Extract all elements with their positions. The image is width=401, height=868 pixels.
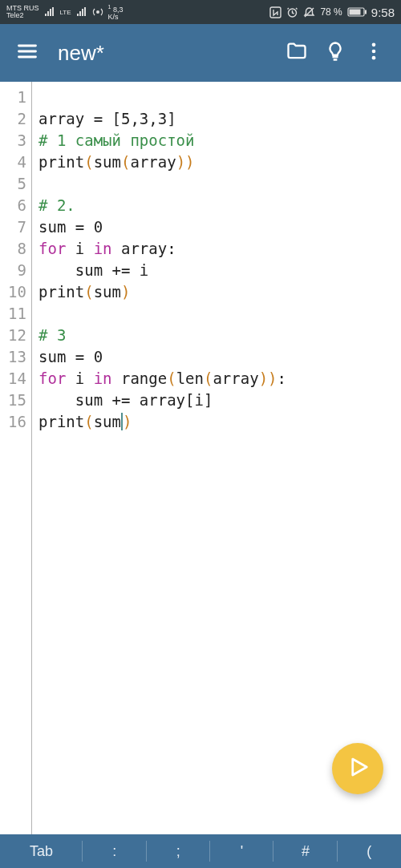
- code-line[interactable]: sum = 0: [38, 346, 401, 368]
- carrier-label: MTS RUS Tele2: [6, 5, 39, 19]
- status-bar: MTS RUS Tele2 LTE 1 8,3 K/s: [0, 0, 401, 24]
- run-button[interactable]: [332, 743, 383, 794]
- line-number: 2: [0, 108, 26, 130]
- code-line[interactable]: [38, 303, 401, 325]
- svg-point-7: [372, 50, 376, 54]
- line-number: 13: [0, 346, 26, 368]
- key-'[interactable]: ': [210, 834, 273, 868]
- key-;[interactable]: ;: [147, 834, 210, 868]
- line-number: 16: [0, 411, 26, 433]
- code-area[interactable]: array = [5,3,3]# 1 самый простойprint(su…: [32, 82, 401, 834]
- code-line[interactable]: for i in array:: [38, 238, 401, 260]
- line-number: 4: [0, 151, 26, 173]
- open-folder-button[interactable]: [277, 34, 316, 72]
- code-line[interactable]: sum += i: [38, 260, 401, 281]
- code-line[interactable]: print(sum): [38, 281, 401, 303]
- svg-point-8: [372, 56, 376, 60]
- svg-point-0: [96, 10, 99, 14]
- code-line[interactable]: # 1 самый простой: [38, 130, 401, 151]
- battery-icon: [347, 7, 367, 17]
- folder-icon: [286, 40, 308, 66]
- line-number: 8: [0, 238, 26, 260]
- extra-key-bar: Tab:;'#(: [0, 834, 401, 868]
- menu-icon: [16, 40, 38, 66]
- code-line[interactable]: sum += array[i]: [38, 390, 401, 411]
- line-number: 10: [0, 281, 26, 303]
- lte-label: LTE: [60, 9, 71, 16]
- line-number: 5: [0, 173, 26, 195]
- menu-button[interactable]: [8, 34, 47, 72]
- more-vert-icon: [363, 40, 385, 66]
- nfc-icon: [269, 6, 282, 18]
- code-line[interactable]: print(sum(array)): [38, 151, 401, 173]
- svg-rect-1: [270, 7, 281, 18]
- svg-rect-4: [365, 10, 367, 14]
- clock: 9:58: [371, 6, 395, 19]
- line-gutter: 12345678910111213141516: [0, 82, 32, 834]
- line-number: 14: [0, 368, 26, 390]
- hints-button[interactable]: [316, 34, 354, 72]
- code-line[interactable]: # 3: [38, 325, 401, 346]
- code-line[interactable]: sum = 0: [38, 216, 401, 238]
- line-number: 9: [0, 260, 26, 281]
- key-tab[interactable]: Tab: [0, 834, 83, 868]
- line-number: 11: [0, 303, 26, 325]
- line-number: 12: [0, 325, 26, 346]
- code-line[interactable]: [38, 173, 401, 195]
- line-number: 6: [0, 195, 26, 216]
- line-number: 15: [0, 390, 26, 411]
- line-number: 7: [0, 216, 26, 238]
- key-:[interactable]: :: [83, 834, 146, 868]
- code-line[interactable]: # 2.: [38, 195, 401, 216]
- key-([interactable]: (: [338, 834, 401, 868]
- bulb-icon: [324, 40, 346, 66]
- app-toolbar: new*: [0, 24, 401, 82]
- carrier-bot: Tele2: [6, 12, 39, 19]
- svg-point-6: [372, 43, 376, 47]
- code-line[interactable]: for i in range(len(array)):: [38, 368, 401, 390]
- file-title: new*: [58, 41, 104, 66]
- net-speed: 1 8,3 K/s: [108, 4, 124, 21]
- signal-icon: [76, 7, 87, 17]
- svg-rect-5: [349, 10, 360, 15]
- code-editor[interactable]: 12345678910111213141516 array = [5,3,3]#…: [0, 82, 401, 834]
- status-left: MTS RUS Tele2 LTE 1 8,3 K/s: [6, 4, 124, 21]
- silent-icon: [303, 6, 315, 18]
- key-#[interactable]: #: [273, 834, 337, 868]
- code-line[interactable]: [38, 87, 401, 108]
- more-button[interactable]: [354, 34, 393, 72]
- hotspot-icon: [92, 6, 103, 18]
- alarm-icon: [286, 6, 298, 18]
- battery-percent: 78 %: [320, 6, 342, 18]
- play-icon: [346, 755, 370, 782]
- line-number: 1: [0, 87, 26, 108]
- status-right: 78 % 9:58: [269, 6, 395, 19]
- code-line[interactable]: array = [5,3,3]: [38, 108, 401, 130]
- line-number: 3: [0, 130, 26, 151]
- signal-icon: [44, 7, 55, 17]
- code-line[interactable]: print(sum): [38, 411, 401, 433]
